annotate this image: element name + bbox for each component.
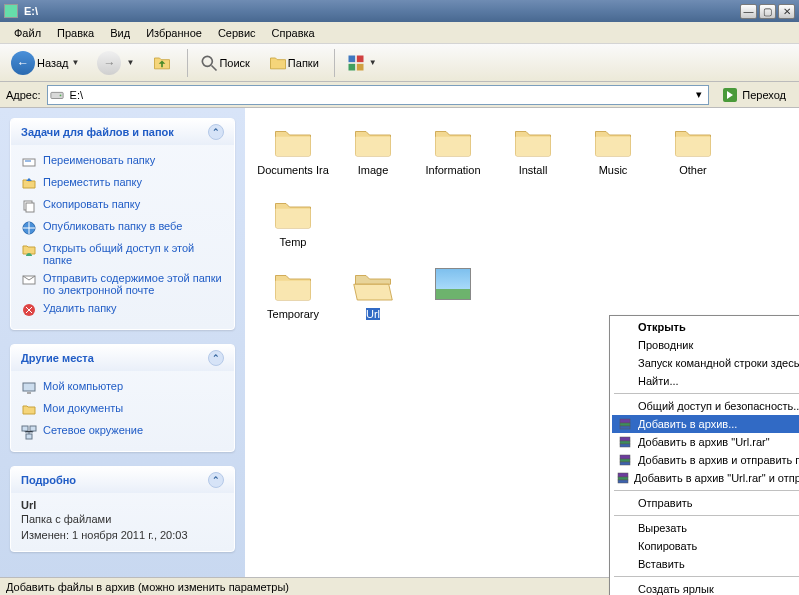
up-button[interactable] [145, 49, 179, 77]
folder-item-selected[interactable]: Url [333, 264, 413, 324]
svg-rect-9 [23, 159, 35, 166]
ctx-explorer[interactable]: Проводник [612, 336, 799, 354]
task-copy[interactable]: Скопировать папку [21, 195, 224, 217]
task-publish[interactable]: Опубликовать папку в вебе [21, 217, 224, 239]
svg-rect-31 [618, 480, 628, 483]
task-delete[interactable]: Удалить папку [21, 299, 224, 321]
details-header[interactable]: Подробно ⌃ [11, 467, 234, 493]
file-view[interactable]: Documents IraImageInformationInstallMusi… [245, 108, 799, 582]
ctx-copy[interactable]: Копировать [612, 537, 799, 555]
ctx-add-url-email[interactable]: Добавить в архив "Url.rar" и отправить п… [612, 469, 799, 487]
place-my-computer[interactable]: Мой компьютер [21, 377, 224, 399]
task-label: Удалить папку [43, 302, 117, 314]
close-button[interactable]: ✕ [778, 4, 795, 19]
collapse-icon[interactable]: ⌃ [208, 472, 224, 488]
svg-rect-3 [357, 55, 364, 62]
ctx-send[interactable]: Отправить▶ [612, 494, 799, 512]
ctx-cmd[interactable]: Запуск командной строки здесь [612, 354, 799, 372]
folder-up-icon [152, 53, 172, 73]
svg-point-0 [203, 56, 213, 66]
detail-name: Url [21, 499, 224, 511]
image-item[interactable] [413, 264, 493, 324]
sidebar: Задачи для файлов и папок ⌃ Переименоват… [0, 108, 245, 582]
views-button[interactable]: ▼ [339, 49, 384, 77]
tasks-panel: Задачи для файлов и папок ⌃ Переименоват… [10, 118, 235, 330]
ctx-add-archive[interactable]: Добавить в архив... [612, 415, 799, 433]
go-label: Переход [742, 89, 786, 101]
separator [614, 576, 799, 577]
views-icon [346, 53, 366, 73]
folder-item[interactable]: Documents Ira [253, 120, 333, 180]
go-button[interactable]: Переход [715, 84, 793, 106]
menu-edit[interactable]: Правка [49, 24, 102, 42]
back-button[interactable]: ← Назад ▼ [4, 47, 86, 79]
folder-label: Other [679, 164, 707, 176]
address-input[interactable] [68, 88, 693, 102]
task-label: Скопировать папку [43, 198, 140, 210]
folder-item[interactable]: Other [653, 120, 733, 180]
menu-file[interactable]: Файл [6, 24, 49, 42]
task-move[interactable]: Переместить папку [21, 173, 224, 195]
rar-icon [616, 470, 630, 486]
image-icon [435, 268, 471, 300]
ctx-find[interactable]: Найти... [612, 372, 799, 390]
collapse-icon[interactable]: ⌃ [208, 124, 224, 140]
menu-tools[interactable]: Сервис [210, 24, 264, 42]
rar-icon [616, 434, 634, 450]
svg-rect-16 [27, 392, 31, 394]
ctx-paste[interactable]: Вставить [612, 555, 799, 573]
ctx-shortcut[interactable]: Создать ярлык [612, 580, 799, 595]
minimize-button[interactable]: — [740, 4, 757, 19]
maximize-button[interactable]: ▢ [759, 4, 776, 19]
place-network[interactable]: Сетевое окружение [21, 421, 224, 443]
svg-rect-27 [620, 459, 630, 462]
folder-label: Url [366, 308, 380, 320]
separator [614, 490, 799, 491]
svg-rect-28 [620, 462, 630, 465]
toolbar: ← Назад ▼ → ▼ Поиск Папки ▼ [0, 44, 799, 82]
folder-item[interactable]: Install [493, 120, 573, 180]
task-label: Открыть общий доступ к этой папке [43, 242, 224, 266]
separator [187, 49, 188, 77]
chevron-down-icon: ▼ [72, 58, 80, 67]
ctx-cut[interactable]: Вырезать [612, 519, 799, 537]
chevron-down-icon: ▼ [369, 58, 377, 67]
search-button[interactable]: Поиск [192, 49, 256, 77]
task-share[interactable]: Открыть общий доступ к этой папке [21, 239, 224, 269]
task-rename[interactable]: Переименовать папку [21, 151, 224, 173]
place-my-documents[interactable]: Мои документы [21, 399, 224, 421]
forward-button[interactable]: → ▼ [90, 47, 141, 79]
svg-rect-19 [26, 434, 32, 439]
menu-view[interactable]: Вид [102, 24, 138, 42]
address-field[interactable]: ▾ [47, 85, 710, 105]
menu-help[interactable]: Справка [264, 24, 323, 42]
task-label: Отправить содержимое этой папки по элект… [43, 272, 224, 296]
search-label: Поиск [219, 57, 249, 69]
chevron-down-icon[interactable]: ▾ [692, 88, 706, 101]
collapse-icon[interactable]: ⌃ [208, 350, 224, 366]
ctx-share[interactable]: Общий доступ и безопасность... [612, 397, 799, 415]
ctx-add-email[interactable]: Добавить в архив и отправить по e-mail..… [612, 451, 799, 469]
folder-item[interactable]: Temporary [253, 264, 333, 324]
context-menu: Открыть Проводник Запуск командной строк… [609, 315, 799, 595]
folder-label: Music [599, 164, 628, 176]
address-label: Адрес: [6, 89, 41, 101]
folders-button[interactable]: Папки [261, 49, 326, 77]
folder-item[interactable]: Temp [253, 192, 333, 252]
folder-item[interactable]: Image [333, 120, 413, 180]
svg-rect-29 [618, 473, 628, 477]
menu-favorites[interactable]: Избранное [138, 24, 210, 42]
ctx-add-url[interactable]: Добавить в архив "Url.rar" [612, 433, 799, 451]
drive-icon [50, 88, 64, 102]
separator [614, 393, 799, 394]
places-header[interactable]: Другие места ⌃ [11, 345, 234, 371]
svg-rect-15 [23, 383, 35, 391]
task-email[interactable]: Отправить содержимое этой папки по элект… [21, 269, 224, 299]
folder-item[interactable]: Information [413, 120, 493, 180]
tasks-header[interactable]: Задачи для файлов и папок ⌃ [11, 119, 234, 145]
ctx-open[interactable]: Открыть [612, 318, 799, 336]
back-label: Назад [37, 57, 69, 69]
folder-item[interactable]: Music [573, 120, 653, 180]
svg-point-7 [59, 94, 61, 96]
folder-icon [268, 53, 288, 73]
